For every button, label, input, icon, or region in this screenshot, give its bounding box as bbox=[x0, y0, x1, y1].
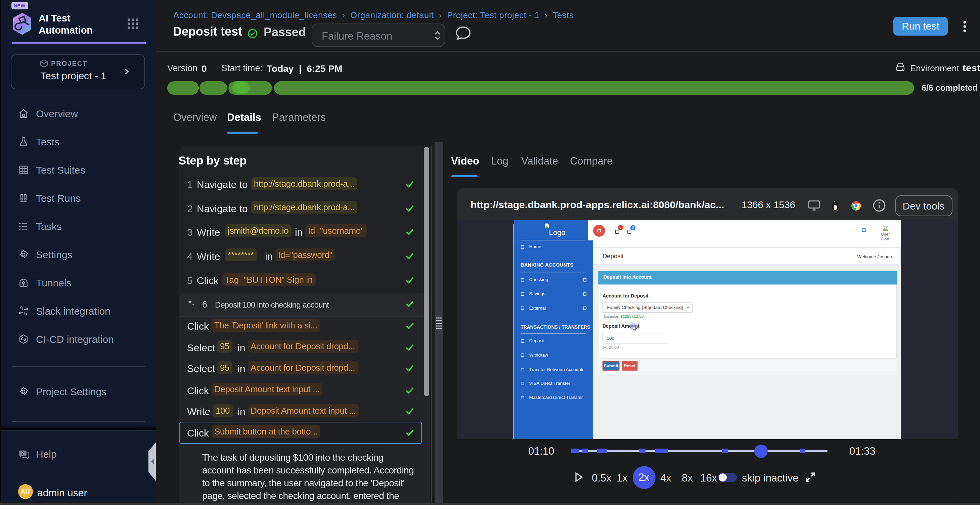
svg-text:?: ? bbox=[21, 450, 24, 456]
